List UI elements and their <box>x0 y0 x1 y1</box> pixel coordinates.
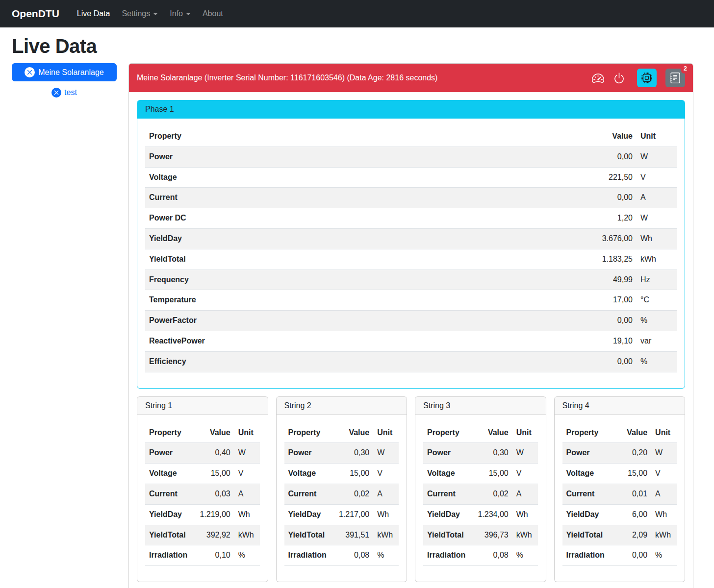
table-row: Irradiation0,08% <box>423 545 538 566</box>
column-header: Property <box>284 423 331 443</box>
string-table: PropertyValueUnitPower0,30WVoltage15,00V… <box>423 423 538 566</box>
value-cell: 2,09 <box>609 525 651 545</box>
inverter-select-button[interactable]: Meine Solaranlage <box>12 63 117 81</box>
column-header: Unit <box>512 423 538 443</box>
property-cell: Irradiation <box>145 545 191 566</box>
property-cell: Voltage <box>145 167 573 188</box>
unit-cell: V <box>373 464 399 484</box>
power-control-button[interactable] <box>612 71 626 85</box>
table-row: Current0,00A <box>145 188 677 208</box>
table-row: Current0,02A <box>423 484 538 504</box>
value-cell: 15,00 <box>331 464 373 484</box>
column-header: Value <box>469 423 512 443</box>
property-cell: YieldDay <box>145 228 573 249</box>
value-cell: 0,03 <box>191 484 234 504</box>
page-title: Live Data <box>12 35 693 57</box>
value-cell: 0,00 <box>573 188 637 208</box>
strings-grid: String 1 PropertyValueUnitPower0,40WVolt… <box>137 396 685 583</box>
string-card-3: String 3 PropertyValueUnitPower0,30WVolt… <box>415 396 546 583</box>
value-cell: 391,51 <box>331 525 373 545</box>
event-log-button[interactable]: 2 <box>665 69 685 87</box>
value-cell: 1.217,00 <box>331 504 373 525</box>
table-row: Current0,01A <box>562 484 677 504</box>
table-header-row: PropertyValueUnit <box>562 423 677 443</box>
table-row: YieldTotal396,73kWh <box>423 525 538 545</box>
inverter-header-title: Meine Solaranlage (Inverter Serial Numbe… <box>137 74 437 82</box>
device-info-button[interactable] <box>637 69 657 87</box>
unit-cell: W <box>234 443 260 464</box>
table-row: Irradiation0,10% <box>145 545 260 566</box>
nav-item-label: About <box>203 9 223 18</box>
value-cell: 0,00 <box>609 545 651 566</box>
table-row: Voltage15,00V <box>145 464 260 484</box>
value-cell: 1.219,00 <box>191 504 234 525</box>
phase-card-header: Phase 1 <box>137 100 685 119</box>
string-table: PropertyValueUnitPower0,30WVoltage15,00V… <box>284 423 399 566</box>
value-cell: 3.676,00 <box>573 228 637 249</box>
app-brand[interactable]: OpenDTU <box>12 8 59 20</box>
inverter-selector-column: Meine Solaranlage test <box>12 63 117 98</box>
unit-cell: V <box>651 464 677 484</box>
string-card-header: String 2 <box>277 397 407 415</box>
unit-cell: Wh <box>637 228 677 249</box>
unit-cell: Hz <box>637 270 677 290</box>
property-cell: Irradiation <box>284 545 331 566</box>
value-cell: 17,00 <box>573 290 637 311</box>
nav-item-label: Live Data <box>77 9 110 18</box>
value-cell: 0,10 <box>191 545 234 566</box>
unit-cell: % <box>234 545 260 566</box>
unit-cell: Wh <box>373 504 399 525</box>
table-row: Voltage221,50V <box>145 167 677 188</box>
string-card-4: String 4 PropertyValueUnitPower0,20WVolt… <box>554 396 686 583</box>
string-card-1: String 1 PropertyValueUnitPower0,40WVolt… <box>137 396 268 583</box>
table-header-row: PropertyValueUnit <box>423 423 538 443</box>
string-card-header: String 3 <box>415 397 546 415</box>
string-card-header: String 1 <box>137 397 268 415</box>
table-row: Current0,02A <box>284 484 399 504</box>
property-cell: Temperature <box>145 290 573 311</box>
property-cell: Current <box>423 484 469 504</box>
inverter-card-body: Phase 1 PropertyValueUnitPower0,00WVolta… <box>129 92 693 588</box>
unit-cell: °C <box>637 290 677 311</box>
nav-item-about[interactable]: About <box>197 5 229 22</box>
unit-cell: A <box>234 484 260 504</box>
value-cell: 0,40 <box>191 443 234 464</box>
limit-settings-button[interactable] <box>591 71 605 85</box>
nav-item-settings[interactable]: Settings <box>116 5 164 22</box>
inverter-test-link[interactable]: test <box>12 88 117 98</box>
unit-cell: A <box>651 484 677 504</box>
table-row: Voltage15,00V <box>562 464 677 484</box>
property-cell: Power <box>145 147 573 167</box>
table-row: YieldDay6,00Wh <box>562 504 677 525</box>
value-cell: 0,02 <box>469 484 512 504</box>
nav-item-info[interactable]: Info <box>164 5 197 22</box>
property-cell: YieldTotal <box>284 525 331 545</box>
table-row: YieldDay1.234,00Wh <box>423 504 538 525</box>
unit-cell: var <box>637 331 677 351</box>
string-table: PropertyValueUnitPower0,20WVoltage15,00V… <box>562 423 677 566</box>
property-cell: Efficiency <box>145 351 573 372</box>
column-header: Value <box>609 423 651 443</box>
chevron-down-icon <box>153 13 158 15</box>
property-cell: Power <box>423 443 469 464</box>
table-row: Current0,03A <box>145 484 260 504</box>
unit-cell: V <box>512 464 538 484</box>
nav-links: Live DataSettingsInfoAbout <box>71 5 229 22</box>
table-row: YieldTotal391,51kWh <box>284 525 399 545</box>
property-cell: Voltage <box>562 464 609 484</box>
nav-item-live-data[interactable]: Live Data <box>71 5 116 22</box>
event-count-badge: 2 <box>681 64 689 74</box>
property-cell: Frequency <box>145 270 573 290</box>
table-row: PowerFactor0,00% <box>145 311 677 331</box>
string-card-2: String 2 PropertyValueUnitPower0,30WVolt… <box>276 396 408 583</box>
value-cell: 221,50 <box>573 167 637 188</box>
property-cell: Current <box>284 484 331 504</box>
string-card-header: String 4 <box>555 397 685 415</box>
property-cell: YieldTotal <box>423 525 469 545</box>
column-header: Property <box>145 423 191 443</box>
top-navbar: OpenDTU Live DataSettingsInfoAbout <box>0 0 714 27</box>
column-header: Value <box>191 423 234 443</box>
unit-cell: kWh <box>637 249 677 270</box>
value-cell: 6,00 <box>609 504 651 525</box>
value-cell: 15,00 <box>191 464 234 484</box>
